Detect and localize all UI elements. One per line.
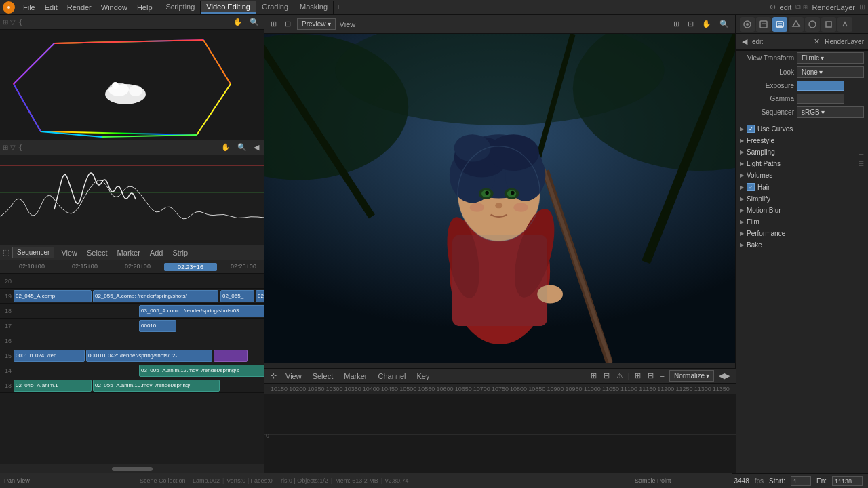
section-freestyle[interactable]: ▶ Freestyle [736, 135, 868, 146]
menu-help[interactable]: Help [133, 2, 157, 13]
graph-view[interactable]: View [281, 371, 306, 381]
clip-02065[interactable]: 02_065_ [220, 290, 254, 302]
menu-render[interactable]: Render [63, 2, 96, 13]
prop-tab-modifier[interactable] [837, 17, 852, 32]
track-row-18: 18 03_005_A.comp: /render/spring/shots/0… [0, 304, 264, 319]
tab-video-editing[interactable]: Video Editing [201, 1, 256, 14]
menu-file[interactable]: File [19, 2, 39, 13]
clip-03005-anim[interactable]: 03_005_A.anim.12.mov: /render/spring/s [139, 365, 264, 377]
sequencer-dropdown-r[interactable]: sRGB▾ [797, 106, 864, 118]
svg-point-42 [470, 203, 485, 211]
prop-tab-render[interactable] [740, 17, 755, 32]
clip-02045[interactable]: 02_045_A.comp: [14, 290, 92, 302]
gn-14: 10850 [528, 386, 546, 392]
seq-scrollbar[interactable] [0, 464, 264, 473]
gn-12: 10750 [491, 386, 509, 392]
prop-tab-output[interactable] [756, 17, 771, 32]
tab-scripting[interactable]: Scripting [161, 1, 201, 14]
preview-hand-btn[interactable]: ✋ [700, 19, 713, 29]
add-workspace-btn[interactable]: + [334, 1, 343, 14]
section-sampling[interactable]: ▶ Sampling ☰ [736, 146, 868, 158]
graph-key[interactable]: Key [412, 371, 433, 381]
prop-tab-scene[interactable] [789, 17, 804, 32]
sequencer-dropdown[interactable]: Sequencer [12, 247, 54, 258]
clip-02045-anim[interactable]: 02_045_A.anim.1 [14, 380, 92, 392]
view-transform-dropdown[interactable]: Filmic▾ [797, 52, 864, 64]
clip-00010[interactable]: 00010 [139, 320, 176, 332]
clip-03005-acomp[interactable]: 03_005_A.comp: /render/spring/shots/03 [139, 305, 264, 317]
clip-02055[interactable]: 02_055_A.comp: /render/spring/shots/ [93, 290, 218, 302]
graph-snap-btn[interactable]: ⚠ [614, 371, 625, 381]
start-frame-input[interactable] [791, 476, 811, 486]
prop-tab-view-layer[interactable] [772, 17, 787, 32]
preview-expand-btn[interactable]: ⊞ [269, 19, 279, 29]
tl-search-icon[interactable]: 🔍 [248, 17, 261, 27]
section-volumes[interactable]: ▶ Volumes [736, 169, 868, 181]
pan-view-label: Pan View [4, 477, 30, 484]
section-light-paths[interactable]: ▶ Light Paths ☰ [736, 158, 868, 169]
graph-filter-btn[interactable]: ⊟ [601, 371, 612, 381]
header-icons: ⧉ ⊞ [795, 3, 808, 12]
graph-channel2-btn[interactable]: ≡ [658, 371, 667, 381]
wf-resize-icon[interactable]: ◀ [252, 142, 261, 152]
graph-numbers: 10150 10200 10250 10300 10350 10400 1045… [267, 384, 733, 394]
graph-filter2-btn[interactable]: ⊟ [646, 371, 656, 381]
tl-toolbar: ⊞ ▽ ❴ ✋ 🔍 [0, 15, 264, 30]
section-motion-blur[interactable]: ▶ Motion Blur [736, 205, 868, 216]
clip-000101-042[interactable]: 000101.042: /render/spring/shots/02- [86, 350, 212, 362]
tl-hand-icon[interactable]: ✋ [231, 17, 245, 27]
menu-edit[interactable]: Edit [41, 2, 62, 13]
end-frame-input[interactable] [832, 476, 863, 486]
section-simplify[interactable]: ▶ Simplify [736, 193, 868, 205]
gamma-input[interactable]: 1.000 [797, 94, 844, 104]
svg-point-1 [7, 6, 10, 9]
bake-toggle-icon: ▶ [740, 242, 744, 248]
preview-grid-btn[interactable]: ⊟ [283, 19, 293, 29]
rt-x-btn[interactable]: ✕ [812, 37, 822, 47]
graph-extra-btn[interactable]: ◀▶ [717, 371, 732, 381]
clip-02055-anim[interactable]: 02_055_A.anim.10.mov: /render/spring/ [93, 380, 220, 392]
wf-hand-icon[interactable]: ✋ [219, 142, 233, 152]
preview-dropdown[interactable]: Preview▾ [297, 18, 336, 30]
seq-select[interactable]: Select [83, 248, 112, 258]
section-use-curves[interactable]: ▶ ✓ Use Curves [736, 123, 868, 135]
look-dropdown[interactable]: None▾ [797, 66, 864, 78]
prop-tab-world[interactable] [805, 17, 820, 32]
seq-view[interactable]: View [57, 248, 81, 258]
seq-add[interactable]: Add [146, 248, 167, 258]
section-film[interactable]: ▶ Film [736, 216, 868, 228]
scrollbar-thumb[interactable] [112, 467, 153, 471]
tab-masking[interactable]: Masking [294, 1, 334, 14]
graph-channel[interactable]: Channel [374, 371, 410, 381]
clip-000101-024[interactable]: 000101.024: /ren [14, 350, 85, 362]
clip-0207[interactable]: 02_07 [256, 290, 264, 302]
curves-checkbox[interactable]: ✓ [747, 125, 755, 133]
seq-strip[interactable]: Strip [168, 248, 192, 258]
graph-icons-btn[interactable]: ⊞ [589, 371, 599, 381]
section-performance[interactable]: ▶ Performance [736, 228, 868, 239]
performance-toggle-icon: ▶ [740, 230, 744, 237]
preview-search-btn[interactable]: 🔍 [717, 19, 731, 29]
preview-icons-btn[interactable]: ⊞ [671, 19, 682, 29]
track-row-16: 16 [0, 333, 264, 348]
sampling-list-icon: ☰ [859, 149, 864, 156]
graph-select[interactable]: Select [309, 371, 338, 381]
rt-expand-btn[interactable]: ◀ [740, 37, 749, 47]
graph-view-type-btn[interactable]: ⊞ [633, 371, 643, 381]
section-hair[interactable]: ▶ ✓ Hair [736, 181, 868, 193]
section-bake[interactable]: ▶ Bake [736, 239, 868, 251]
prop-tab-object[interactable] [821, 17, 836, 32]
menu-window[interactable]: Window [97, 2, 132, 13]
preview-settings-btn[interactable]: ⊡ [686, 19, 696, 29]
graph-cursor-btn[interactable]: ⊹ [269, 371, 279, 381]
tab-grading[interactable]: Grading [256, 1, 294, 14]
clip-purple-15[interactable] [214, 350, 248, 362]
exposure-input[interactable]: 0.000 [797, 81, 844, 91]
hair-checkbox[interactable]: ✓ [747, 183, 755, 191]
tracks-area: 20 19 02_045_A.comp: 02_055_A.comp: /ren… [0, 274, 264, 464]
graph-frame-dropdown[interactable]: Normalize▾ [669, 370, 714, 382]
seq-marker[interactable]: Marker [113, 248, 144, 258]
wf-search-icon[interactable]: 🔍 [235, 142, 249, 152]
preview-view-label: View [340, 20, 356, 28]
graph-marker[interactable]: Marker [340, 371, 371, 381]
